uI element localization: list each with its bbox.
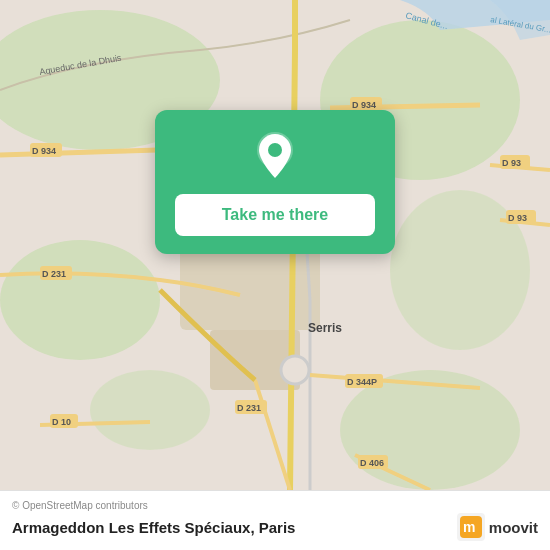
location-name: Armageddon Les Effets Spéciaux, Paris — [12, 519, 295, 536]
take-me-there-card: Take me there — [155, 110, 395, 254]
svg-text:D 231: D 231 — [237, 403, 261, 413]
moovit-logo: m moovit — [457, 513, 538, 541]
location-pin-icon — [249, 130, 301, 182]
attribution-text: © OpenStreetMap contributors — [12, 500, 538, 511]
svg-point-33 — [268, 143, 282, 157]
svg-text:D 406: D 406 — [360, 458, 384, 468]
svg-point-28 — [281, 356, 309, 384]
svg-text:D 93: D 93 — [508, 213, 527, 223]
svg-text:D 934: D 934 — [352, 100, 376, 110]
svg-text:D 344P: D 344P — [347, 377, 377, 387]
location-name-row: Armageddon Les Effets Spéciaux, Paris m … — [12, 513, 538, 541]
svg-text:D 93: D 93 — [502, 158, 521, 168]
svg-point-3 — [0, 240, 160, 360]
svg-point-6 — [90, 370, 210, 450]
moovit-text: moovit — [489, 519, 538, 536]
take-me-there-button[interactable]: Take me there — [175, 194, 375, 236]
svg-text:D 934: D 934 — [32, 146, 56, 156]
moovit-icon: m — [457, 513, 485, 541]
svg-text:D 231: D 231 — [42, 269, 66, 279]
bottom-bar: © OpenStreetMap contributors Armageddon … — [0, 490, 550, 550]
svg-text:D 10: D 10 — [52, 417, 71, 427]
svg-text:m: m — [463, 519, 475, 535]
svg-text:Serris: Serris — [308, 321, 342, 335]
map-container: Aqueduc de la Dhuis D 934 D 934 D 93 D 9… — [0, 0, 550, 490]
